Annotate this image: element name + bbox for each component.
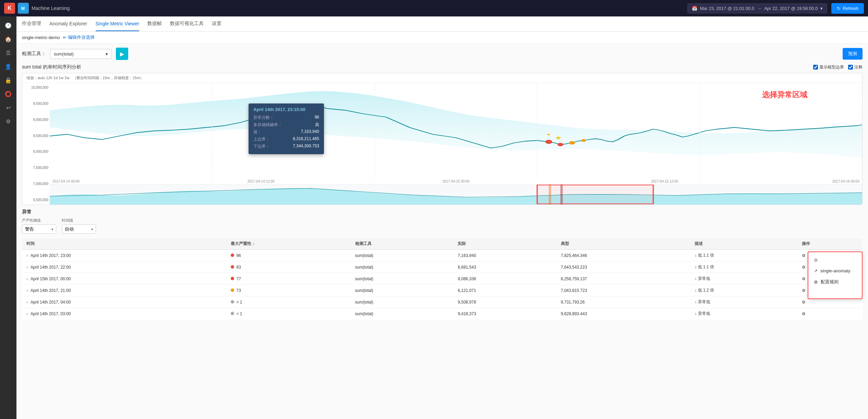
severity-dot	[231, 277, 234, 280]
sidebar-icon-home[interactable]: 🏠	[2, 33, 14, 45]
gear-icon[interactable]: ⚙	[802, 300, 806, 305]
td-description: ↓ 低 1.1 倍	[690, 261, 798, 273]
severity-filter-label: 产严性阈值	[22, 218, 56, 223]
tab-dataframe[interactable]: 数据帧	[147, 16, 162, 32]
th-detector: 检测工具	[351, 238, 454, 250]
td-typical: 9,731,793.26	[557, 296, 691, 308]
table-row: ›April 14th 2017, 04:00 < 1 sum(total) 9…	[22, 296, 863, 308]
interval-filter-label: 时间隔	[62, 218, 96, 223]
pencil-icon: ✏	[63, 35, 67, 40]
annotation-checkbox[interactable]: 注释	[848, 64, 863, 70]
interval-select[interactable]: 自动 1小时 1天	[62, 224, 96, 234]
sidebar-icon-user[interactable]: 👤	[2, 60, 14, 73]
tooltip-row-4: 下边界： 7,344,300.753	[253, 144, 319, 149]
td-action[interactable]: ⚙	[798, 308, 862, 320]
td-severity: 73	[227, 285, 351, 296]
sidebar-icon-settings[interactable]: ⚙	[2, 115, 14, 127]
edit-job-selection[interactable]: ✏ 编辑作业选择	[63, 34, 95, 40]
td-description: ↓ 异常低	[690, 296, 798, 308]
svg-text:✦: ✦	[546, 132, 552, 137]
expand-icon[interactable]: ›	[26, 300, 28, 305]
detector-select[interactable]: sum(total) ▾	[50, 49, 112, 59]
gear-icon[interactable]: ⚙	[802, 288, 806, 293]
table-header-row: 时间 最大严重性 ↓ 检测工具 实际 典型 描述 操作	[22, 238, 863, 250]
action-popup-gear[interactable]: ⚙	[808, 255, 862, 266]
severity-dot	[231, 288, 234, 292]
td-typical: 8,258,759.137	[557, 273, 691, 285]
tab-anomaly-explorer[interactable]: Anomaly Explorer	[49, 17, 87, 31]
td-time: ›April 14th 2017, 03:00	[22, 308, 227, 320]
severity-select-wrapper[interactable]: 警告 次要 重要 严重	[22, 224, 56, 234]
chart-svg: ★ ✦	[50, 83, 862, 179]
sidebar-icon-back[interactable]: ↩	[2, 101, 14, 114]
svg-point-4	[569, 141, 575, 145]
interval-select-wrapper[interactable]: 自动 1小时 1天	[62, 224, 96, 234]
expand-icon[interactable]: ›	[26, 253, 28, 258]
play-button[interactable]: ▶	[116, 48, 128, 60]
table-row: ›April 14th 2017, 23:00 96 sum(total) 7,…	[22, 250, 863, 261]
annotation-cb[interactable]	[848, 65, 853, 70]
calendar-icon: 📅	[692, 6, 697, 11]
model-bounds-cb[interactable]	[813, 65, 818, 70]
th-description: 描述	[690, 238, 798, 250]
td-detector: sum(total)	[351, 296, 454, 308]
severity-select[interactable]: 警告 次要 重要 严重	[22, 224, 56, 234]
kibana-logo: K	[4, 3, 15, 14]
sidebar-icon-circle[interactable]: ⭕	[2, 88, 14, 100]
svg-rect-16	[537, 185, 653, 204]
interval-filter-group: 时间隔 自动 1小时 1天	[62, 218, 96, 234]
show-model-bounds-checkbox[interactable]: 显示模型边界	[813, 64, 844, 70]
anomaly-section: 异常 产严性阈值 警告 次要 重要 严重	[22, 209, 863, 320]
td-time: ›April 14th 2017, 21:00	[22, 285, 227, 296]
anomaly-table: 时间 最大严重性 ↓ 检测工具 实际 典型 描述 操作 ›Apr	[22, 238, 863, 320]
th-actual: 实际	[454, 238, 556, 250]
date-range-picker[interactable]: 📅 Mar 23, 2017 @ 21:01:00.0 → Apr 22, 20…	[687, 3, 828, 13]
action-popup-configure-rule[interactable]: ⚙ 配置规则	[808, 276, 862, 288]
td-actual: 9,418,373	[454, 308, 556, 320]
tab-single-metric-viewer[interactable]: Single Metric Viewer	[96, 17, 139, 31]
app-title: Machine Learning	[32, 5, 70, 11]
chart-title: sum total 的单时间序列分析	[22, 64, 81, 70]
td-typical: 7,043,815.723	[557, 285, 691, 296]
predict-button[interactable]: 预测	[843, 48, 863, 60]
breadcrumb-job: single-metric-demo	[22, 35, 60, 40]
th-time: 时间	[22, 238, 227, 250]
sidebar-icon-clock[interactable]: 🕐	[2, 19, 14, 32]
detector-row: 检测工具： sum(total) ▾ ▶ 预测	[22, 48, 863, 60]
filters-row: 产严性阈值 警告 次要 重要 严重 时间隔	[22, 218, 863, 234]
severity-dot	[231, 254, 234, 257]
sidebar-icon-list[interactable]: ☰	[2, 47, 14, 59]
refresh-button[interactable]: ↻ Refresh	[831, 3, 864, 14]
sidebar-icon-lock[interactable]: 🔒	[2, 74, 14, 86]
arrow-icon: →	[757, 6, 761, 11]
expand-icon[interactable]: ›	[26, 265, 28, 270]
gear-icon-2: ⚙	[814, 280, 818, 285]
main-chart-container: 缩放：auto 12h 1d 1w 2w （聚合时间间隔：15m，存储精度：15…	[22, 73, 863, 205]
tab-settings[interactable]: 设置	[212, 16, 221, 32]
gear-icon[interactable]: ⚙	[802, 311, 806, 316]
expand-icon[interactable]: ›	[26, 276, 28, 281]
table-row: ›April 14th 2017, 03:00 < 1 sum(total) 9…	[22, 308, 863, 320]
expand-icon[interactable]: ›	[26, 288, 28, 293]
expand-icon[interactable]: ›	[26, 311, 28, 316]
x-axis-labels: 2017-04-14 00:00 2017-04-14 12:00 2017-0…	[50, 179, 862, 184]
td-detector: sum(total)	[351, 308, 454, 320]
top-bar: K M Machine Learning 📅 Mar 23, 2017 @ 21…	[0, 0, 868, 16]
gear-icon: ⚙	[814, 258, 818, 263]
severity-dot	[231, 265, 234, 269]
gear-icon[interactable]: ⚙	[802, 265, 806, 270]
chart-zoom-header: 缩放：auto 12h 1d 1w 2w （聚合时间间隔：15m，存储精度：15…	[22, 73, 862, 83]
action-popup-single-anomaly[interactable]: ↗ single-anomaly	[808, 266, 862, 276]
td-description: ↓ 低 1.2 倍	[690, 285, 798, 296]
gear-icon[interactable]: ⚙	[802, 276, 806, 281]
chart-main[interactable]: ★ ✦	[50, 83, 862, 179]
chart-area: ★ ✦	[50, 83, 862, 205]
th-typical: 典型	[557, 238, 691, 250]
tab-job-management[interactable]: 作业管理	[22, 16, 41, 32]
anomaly-region-label: 选择异常区域	[762, 90, 807, 100]
tab-data-viz[interactable]: 数据可视化工具	[170, 16, 204, 32]
th-action: 操作	[798, 238, 862, 250]
table-row: ›April 14th 2017, 21:00 73 sum(total) 6,…	[22, 285, 863, 296]
gear-icon[interactable]: ⚙	[802, 253, 806, 258]
mini-chart[interactable]: 2017-03-25 2017-03-27 2017-03-29 2017-03…	[50, 184, 862, 205]
